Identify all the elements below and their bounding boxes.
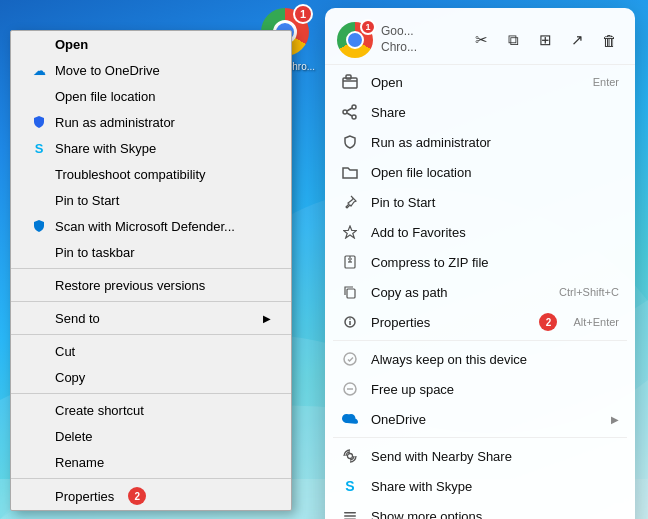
old-menu-item-troubleshoot[interactable]: Troubleshoot compatibility bbox=[11, 161, 291, 187]
svg-point-13 bbox=[349, 318, 351, 320]
new-nearby-share-icon bbox=[341, 447, 359, 465]
new-menu-item-share[interactable]: Share bbox=[325, 97, 635, 127]
new-divider-1 bbox=[333, 340, 627, 341]
new-menu-item-open[interactable]: Open Enter bbox=[325, 67, 635, 97]
pin-icon bbox=[31, 192, 47, 208]
new-star-icon bbox=[341, 223, 359, 241]
sendto-arrow: ▶ bbox=[263, 313, 271, 324]
svg-marker-5 bbox=[344, 226, 357, 238]
new-menu-item-compress-zip[interactable]: Compress to ZIP file bbox=[325, 247, 635, 277]
svg-point-4 bbox=[343, 110, 347, 114]
divider-5 bbox=[11, 478, 291, 479]
folder-icon bbox=[31, 88, 47, 104]
new-menu-item-pin-start[interactable]: Pin to Start bbox=[325, 187, 635, 217]
properties-badge-2: 2 bbox=[128, 487, 146, 505]
new-menu-item-show-more[interactable]: Show more options bbox=[325, 501, 635, 519]
svg-point-14 bbox=[348, 454, 353, 459]
old-menu-item-send-to[interactable]: Send to ▶ bbox=[11, 305, 291, 331]
toolbar-delete-icon[interactable]: 🗑 bbox=[595, 26, 623, 54]
svg-rect-15 bbox=[344, 512, 356, 514]
old-menu-item-delete[interactable]: Delete bbox=[11, 423, 291, 449]
cut-icon bbox=[31, 343, 47, 359]
toolbar-share-icon[interactable]: ↗ bbox=[563, 26, 591, 54]
new-divider-2 bbox=[333, 437, 627, 438]
skype-icon: S bbox=[31, 140, 47, 156]
new-menu-item-run-admin[interactable]: Run as administrator bbox=[325, 127, 635, 157]
old-context-menu: Open ☁ Move to OneDrive Open file locati… bbox=[10, 30, 292, 511]
new-onedrive-icon bbox=[341, 410, 359, 428]
restore-icon bbox=[31, 277, 47, 293]
divider-1 bbox=[11, 268, 291, 269]
new-menu-toolbar: ✂ ⧉ ⊞ ↗ 🗑 bbox=[467, 26, 623, 54]
troubleshoot-icon bbox=[31, 166, 47, 182]
divider-3 bbox=[11, 334, 291, 335]
old-menu-item-cut[interactable]: Cut bbox=[11, 338, 291, 364]
shield-icon bbox=[31, 114, 47, 130]
divider-4 bbox=[11, 393, 291, 394]
old-menu-item-pin-taskbar[interactable]: Pin to taskbar bbox=[11, 239, 291, 265]
new-open-icon bbox=[341, 73, 359, 91]
open-icon bbox=[31, 36, 47, 52]
old-menu-item-share-skype[interactable]: S Share with Skype bbox=[11, 135, 291, 161]
new-pin-icon bbox=[341, 193, 359, 211]
chrome-badge-1: 1 bbox=[293, 4, 313, 24]
new-zip-icon bbox=[341, 253, 359, 271]
svg-point-2 bbox=[352, 105, 356, 109]
svg-rect-1 bbox=[346, 75, 351, 79]
new-menu-item-properties[interactable]: Properties 2 Alt+Enter bbox=[325, 307, 635, 337]
new-menu-item-send-nearby[interactable]: Send with Nearby Share bbox=[325, 441, 635, 471]
new-menu-chrome-icon: 1 bbox=[337, 22, 373, 58]
new-properties-badge: 2 bbox=[539, 313, 557, 331]
toolbar-cut-icon[interactable]: ✂ bbox=[467, 26, 495, 54]
onedrive-icon: ☁ bbox=[31, 62, 47, 78]
new-menu-item-always-keep[interactable]: Always keep on this device bbox=[325, 344, 635, 374]
defender-icon bbox=[31, 218, 47, 234]
old-menu-item-rename[interactable]: Rename bbox=[11, 449, 291, 475]
new-menu-item-copy-path[interactable]: Copy as path Ctrl+Shift+C bbox=[325, 277, 635, 307]
new-menu-item-free-space[interactable]: Free up space bbox=[325, 374, 635, 404]
new-admin-icon bbox=[341, 133, 359, 151]
old-menu-item-restore-prev[interactable]: Restore previous versions bbox=[11, 272, 291, 298]
new-menu-item-share-skype[interactable]: S Share with Skype bbox=[325, 471, 635, 501]
new-menu-header-title: Goo... Chro... bbox=[381, 24, 417, 55]
old-menu-item-copy[interactable]: Copy bbox=[11, 364, 291, 390]
new-skype-icon: S bbox=[341, 477, 359, 495]
new-copy-path-icon bbox=[341, 283, 359, 301]
new-folder-icon bbox=[341, 163, 359, 181]
taskbar-icon bbox=[31, 244, 47, 260]
new-share-icon bbox=[341, 103, 359, 121]
new-always-keep-icon bbox=[341, 350, 359, 368]
onedrive-arrow: ▶ bbox=[611, 414, 619, 425]
old-menu-item-properties[interactable]: Properties 2 bbox=[11, 482, 291, 510]
new-menu-item-open-file-loc[interactable]: Open file location bbox=[325, 157, 635, 187]
new-context-menu: 1 Goo... Chro... ✂ ⧉ ⊞ ↗ 🗑 Open Enter Sh… bbox=[325, 8, 635, 519]
new-menu-chrome-badge: 1 bbox=[360, 19, 376, 35]
copy-icon bbox=[31, 369, 47, 385]
svg-point-3 bbox=[352, 115, 356, 119]
toolbar-paste-icon[interactable]: ⊞ bbox=[531, 26, 559, 54]
old-menu-item-open[interactable]: Open bbox=[11, 31, 291, 57]
shortcut-icon bbox=[31, 402, 47, 418]
old-menu-item-scan-defender[interactable]: Scan with Microsoft Defender... bbox=[11, 213, 291, 239]
sendto-icon bbox=[31, 310, 47, 326]
new-menu-header: 1 Goo... Chro... ✂ ⧉ ⊞ ↗ 🗑 bbox=[325, 14, 635, 65]
old-menu-item-run-admin[interactable]: Run as administrator bbox=[11, 109, 291, 135]
svg-rect-10 bbox=[347, 289, 355, 298]
toolbar-copy-icon[interactable]: ⧉ bbox=[499, 26, 527, 54]
rename-icon bbox=[31, 454, 47, 470]
delete-icon bbox=[31, 428, 47, 444]
old-menu-item-create-shortcut[interactable]: Create shortcut bbox=[11, 397, 291, 423]
old-menu-item-move-onedrive[interactable]: ☁ Move to OneDrive bbox=[11, 57, 291, 83]
new-menu-item-onedrive[interactable]: OneDrive ▶ bbox=[325, 404, 635, 434]
divider-2 bbox=[11, 301, 291, 302]
new-free-space-icon bbox=[341, 380, 359, 398]
new-properties-icon bbox=[341, 313, 359, 331]
properties-icon bbox=[31, 488, 47, 504]
new-menu-item-add-favorites[interactable]: Add to Favorites bbox=[325, 217, 635, 247]
old-menu-item-open-file-location[interactable]: Open file location bbox=[11, 83, 291, 109]
svg-rect-16 bbox=[344, 515, 356, 517]
new-more-icon bbox=[341, 507, 359, 519]
old-menu-item-pin-start[interactable]: Pin to Start bbox=[11, 187, 291, 213]
